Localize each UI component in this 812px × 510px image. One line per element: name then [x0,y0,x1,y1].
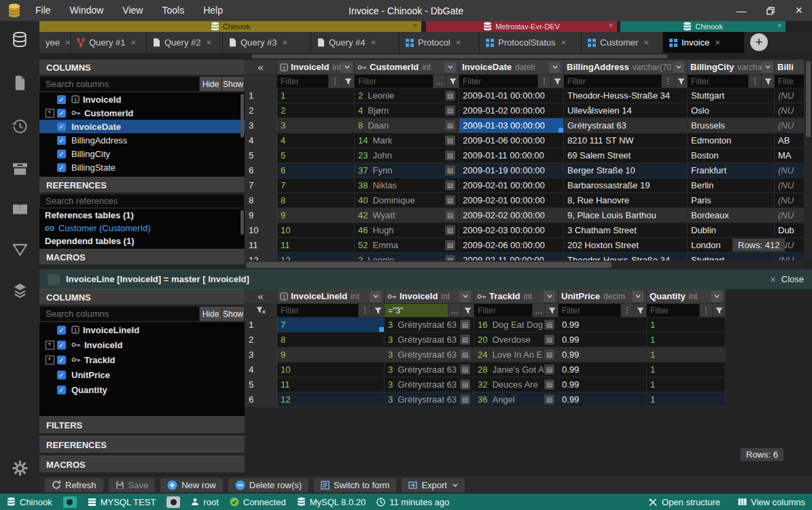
grid-cell[interactable]: 2009-02-11 00:00:00 [459,253,564,260]
close-tab-icon[interactable]: × [643,37,649,48]
open-detail-icon[interactable]: ▤ [445,90,455,101]
clear-all-filters-button[interactable] [245,304,277,318]
favorites-rail-item[interactable] [12,203,29,219]
grid-cell[interactable]: 3Grétrystraat 63▤ [385,362,474,377]
filter-menu-button[interactable]: ⋮ [748,75,761,88]
filter-funnel-button[interactable] [674,75,687,88]
filter-input[interactable]: Filter [474,304,532,317]
grid-cell[interactable]: 20Overdose▤ [474,333,559,347]
column-menu-button[interactable] [673,62,684,73]
grid-cell[interactable]: 2009-01-11 00:00:00 [459,148,564,163]
connection-tab[interactable]: Chinook× [620,21,785,32]
delete-row-s--button[interactable]: Delete row(s) [228,478,308,492]
close-connection-icon[interactable]: × [777,21,781,29]
filter-input[interactable]: Filter [459,75,537,88]
grid-cell[interactable]: 3Grétrystraat 63▤ [385,392,474,407]
collapse-left-panel-button[interactable]: « [245,289,277,304]
filter-menu-button[interactable]: ⋮ [661,75,674,88]
grid-cell[interactable]: 8 [277,333,385,347]
checkbox[interactable]: ✓ [57,122,66,131]
connection-tab[interactable]: Chinook× [39,21,421,32]
filter-menu-button[interactable]: ⋮ [358,304,371,317]
grid-cell[interactable]: 4 [277,133,355,148]
grid-cell[interactable]: 9 [277,208,355,223]
checkbox[interactable]: ✓ [57,386,66,394]
checkbox[interactable]: ✓ [57,326,66,335]
grid-cell[interactable]: Stuttgart [688,88,775,103]
grid-cell[interactable]: 8Daan▤ [355,118,459,133]
search-references-input[interactable]: Search references [40,194,244,207]
restore-button[interactable] [766,7,775,15]
close-tab-icon[interactable]: × [206,37,211,48]
column-header-billi[interactable]: Billi [775,60,805,75]
menu-help[interactable]: Help [194,0,232,21]
close-connection-icon[interactable]: × [609,21,613,29]
filter-menu-button[interactable]: ⋮ [537,75,550,88]
grid-cell[interactable]: 3Grétrystraat 63▤ [385,318,474,333]
grid-cell[interactable]: 1 [647,392,726,407]
export-button[interactable]: Export [402,478,465,492]
tab-yee[interactable]: yee× [39,32,71,53]
grid-cell[interactable]: Barbarossastraße 19 [564,178,688,193]
grid-cell[interactable]: 2Leonie▤ [355,88,459,103]
columns-panel-header[interactable]: COLUMNS [39,60,245,75]
grid-cell[interactable]: 2 [277,103,355,118]
grid-cell[interactable]: 2009-01-19 00:00:00 [459,163,564,178]
grid-cell[interactable]: (NU [775,88,805,103]
grid-cell[interactable]: 42Wyatt▤ [355,208,459,223]
open-detail-icon[interactable]: ▤ [460,320,470,330]
open-detail-icon[interactable]: ▤ [445,105,455,116]
grid-cell[interactable]: 12 [277,253,355,260]
filter-input[interactable]: Filter [277,304,358,317]
grid-cell[interactable]: 6 [277,163,355,178]
grid-cell[interactable]: Ullevålsveien 14 [564,103,688,118]
grid-cell[interactable]: Edmonton [688,133,775,148]
checkbox[interactable]: ✓ [57,356,66,364]
grid-cell[interactable]: 0.99 [559,362,647,377]
grid-cell[interactable]: 2009-01-03 00:00:00 [459,118,564,133]
column-menu-button[interactable] [444,62,456,73]
menu-window[interactable]: Window [60,0,113,21]
grid-cell[interactable]: Paris [688,193,775,208]
column-header-unitprice[interactable]: UnitPricedecim [559,289,647,304]
grid-cell[interactable]: 2009-02-03 00:00:00 [459,223,564,238]
grid-cell[interactable]: 11 [277,238,355,253]
column-header-invoiceid[interactable]: InvoiceIdint [385,289,474,304]
grid-cell[interactable]: 2009-02-02 00:00:00 [459,208,564,223]
open-detail-icon[interactable]: ▤ [460,394,470,405]
search-columns-input[interactable]: Search columns [40,77,199,91]
filter-menu-button[interactable]: ⋮ [328,75,341,88]
grid-cell[interactable]: (NU [775,118,805,133]
filters-rail-item[interactable] [12,243,29,259]
grid-cell[interactable]: 11 [277,377,385,392]
grid-cell[interactable]: 16Dog Eat Dog▤ [474,318,559,333]
detail-macros-panel-header[interactable]: MACROS [39,456,245,473]
grid-cell[interactable]: Brussels [688,118,775,133]
close-tab-icon[interactable]: × [282,37,287,48]
filter-funnel-button[interactable] [633,304,646,317]
filter-input[interactable]: Filter [277,75,328,88]
close-tab-icon[interactable]: × [561,37,567,48]
macros-panel-header[interactable]: MACROS [39,249,245,265]
open-detail-icon[interactable]: ▤ [460,335,470,345]
open-detail-icon[interactable]: ▤ [460,379,470,390]
open-detail-icon[interactable]: ▤ [544,379,554,390]
grid-cell[interactable]: 1 [647,362,726,377]
grid-cell[interactable]: 36Angel▤ [474,392,559,407]
filter-menu-button[interactable]: … [448,304,461,317]
grid-cell[interactable]: 3 Chatham Street [564,223,688,238]
column-header-trackid[interactable]: TrackIdint [474,289,559,304]
column-menu-button[interactable] [549,62,561,73]
close-tab-icon[interactable]: × [715,37,720,48]
settings-rail-item[interactable] [12,460,29,479]
close-tab-icon[interactable]: × [370,37,376,48]
grid-cell[interactable]: 8 [277,193,355,208]
11-minutes-ago-status[interactable]: 11 minutes ago [376,497,449,507]
grid-cell[interactable]: 2009-01-01 00:00:00 [459,88,564,103]
history-rail-item[interactable] [11,118,29,137]
close-tab-icon[interactable]: × [130,37,136,48]
grid-cell[interactable]: 12 [277,392,385,407]
grid-cell[interactable]: (NU [775,103,805,118]
grid-cell[interactable]: (NU [775,253,805,260]
filter-funnel-button[interactable] [712,304,725,317]
